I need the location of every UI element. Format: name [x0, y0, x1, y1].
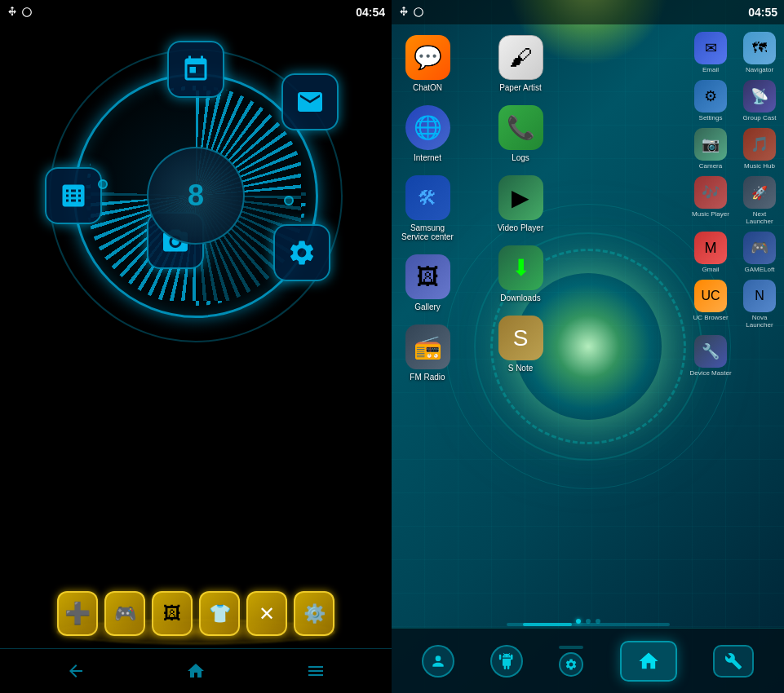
- left-panel: 04:54 8: [0, 0, 392, 693]
- nav-android-icon[interactable]: [490, 645, 523, 678]
- right-panel: 04:55 💬 ChatON 🌐 Internet 🛠 Samsung Serv…: [392, 0, 784, 693]
- settings-right-label: Settings: [699, 114, 723, 121]
- downloads-label: Downloads: [500, 294, 540, 302]
- bottom-nav-right: [392, 628, 784, 693]
- status-icons-right: [398, 7, 424, 18]
- nav-person-icon[interactable]: [422, 645, 454, 678]
- bell-icon-right: [413, 7, 424, 18]
- nav-gear-stack: [559, 646, 583, 677]
- connector-dot-1: [98, 179, 108, 189]
- dock-settings-button[interactable]: ⚙️: [294, 591, 334, 636]
- email-right-app[interactable]: ✉ Email: [686, 29, 735, 77]
- dock-media-button[interactable]: 🖼: [152, 591, 193, 636]
- calculator-icon-orbit[interactable]: [45, 167, 102, 224]
- main-apps-column: 🖌 Paper Artist 📞 Logs ▶ Video Player ⬇ D…: [463, 29, 578, 379]
- fm-radio-app[interactable]: 📻 FM Radio: [392, 318, 463, 388]
- chaton-app[interactable]: 💬 ChatON: [392, 29, 463, 99]
- nav-dots: [576, 619, 600, 624]
- gameloft-app[interactable]: 🎮 GAMELoft: [735, 228, 784, 276]
- bottom-nav-left: [0, 648, 392, 693]
- nav-dot-1[interactable]: [576, 619, 581, 624]
- logs-label: Logs: [512, 153, 529, 162]
- right-apps-column: ✉ Email 🗺 Navigator ⚙ Settings 📡 Group C…: [686, 29, 784, 380]
- calendar-icon-orbit[interactable]: [167, 41, 224, 98]
- nav-divider-1: [559, 646, 583, 649]
- nav-tools-button[interactable]: [713, 645, 754, 678]
- gmail-app[interactable]: M Gmail: [686, 228, 735, 276]
- nav-left-btn-1[interactable]: [422, 645, 454, 678]
- music-hub-label: Music Hub: [744, 162, 775, 170]
- settings-status-icon: [21, 7, 33, 18]
- nav-home-button-right[interactable]: [620, 641, 677, 682]
- next-launcher-label: Next Launcher: [738, 210, 781, 225]
- music-hub-app[interactable]: 🎵 Music Hub: [735, 125, 784, 173]
- center-display: 8: [147, 147, 245, 245]
- status-bar-right: 04:55: [392, 0, 784, 24]
- group-cast-label: Group Cast: [743, 114, 777, 121]
- nav-dot-3[interactable]: [596, 619, 600, 624]
- uc-browser-label: UC Browser: [693, 314, 728, 321]
- nova-launcher-label: Nova Launcher: [738, 314, 781, 329]
- paper-artist-app[interactable]: 🖌 Paper Artist: [463, 29, 578, 99]
- next-launcher-app[interactable]: 🚀 Next Launcher: [735, 173, 784, 228]
- s-note-label: S Note: [508, 364, 534, 373]
- uc-browser-app[interactable]: UC UC Browser: [686, 276, 735, 332]
- gallery-app[interactable]: 🖼 Gallery: [392, 248, 463, 318]
- center-number: 8: [188, 179, 204, 213]
- music-player-app[interactable]: 🎶 Music Player: [686, 173, 735, 228]
- bottom-dock: ➕ 🎮 🖼 👕 ✕ ⚙️: [57, 571, 334, 644]
- camera-label: Camera: [699, 162, 722, 170]
- status-bar-left: 04:54: [0, 0, 392, 24]
- gameloft-label: GAMELoft: [745, 266, 775, 273]
- dock-theme-button[interactable]: 👕: [199, 591, 240, 636]
- dock-icons: ➕ 🎮 🖼 👕 ✕ ⚙️: [57, 591, 334, 636]
- dock-add-button[interactable]: ➕: [57, 591, 98, 636]
- music-player-label: Music Player: [692, 210, 729, 218]
- usb-icon: [7, 7, 18, 18]
- s-note-app[interactable]: S S Note: [463, 309, 578, 379]
- samsung-service-app[interactable]: 🛠 Samsung Service center: [392, 169, 463, 248]
- nav-home-button[interactable]: [181, 657, 210, 686]
- video-player-label: Video Player: [498, 223, 544, 232]
- time-left: 04:54: [356, 6, 385, 19]
- device-master-app[interactable]: 🔧 Device Master: [686, 332, 735, 380]
- nav-settings-small[interactable]: [559, 652, 583, 677]
- logs-app[interactable]: 📞 Logs: [463, 99, 578, 169]
- samsung-service-label: Samsung Service center: [399, 223, 456, 241]
- group-cast-app[interactable]: 📡 Group Cast: [735, 77, 784, 125]
- settings-icon-orbit[interactable]: [273, 224, 330, 281]
- email-icon-orbit[interactable]: [281, 73, 339, 130]
- internet-label: Internet: [414, 153, 441, 162]
- scroll-thumb: [523, 623, 572, 626]
- nav-back-button[interactable]: [62, 657, 91, 686]
- settings-right-app[interactable]: ⚙ Settings: [686, 77, 735, 125]
- fm-radio-label: FM Radio: [410, 373, 445, 382]
- nav-left-btn-2[interactable]: [490, 645, 523, 678]
- navigator-label: Navigator: [746, 66, 773, 73]
- gmail-label: Gmail: [702, 266, 720, 273]
- chaton-label: ChatON: [413, 83, 442, 92]
- dock-games-button[interactable]: 🎮: [104, 591, 145, 636]
- device-master-label: Device Master: [689, 369, 731, 377]
- time-right: 04:55: [748, 6, 777, 19]
- connector-dot-2: [284, 196, 294, 205]
- nav-dot-2[interactable]: [586, 619, 591, 624]
- svg-point-0: [436, 655, 441, 661]
- paper-artist-label: Paper Artist: [499, 83, 542, 92]
- downloads-app[interactable]: ⬇ Downloads: [463, 239, 578, 309]
- video-player-app[interactable]: ▶ Video Player: [463, 169, 578, 239]
- email-right-label: Email: [702, 66, 719, 73]
- status-icons-left: [7, 7, 33, 18]
- dock-close-button[interactable]: ✕: [246, 591, 287, 636]
- camera-app[interactable]: 📷 Camera: [686, 125, 735, 173]
- left-apps-column: 💬 ChatON 🌐 Internet 🛠 Samsung Service ce…: [392, 29, 463, 388]
- usb-icon-right: [398, 7, 410, 18]
- nav-menu-button[interactable]: [301, 657, 330, 686]
- internet-app[interactable]: 🌐 Internet: [392, 99, 463, 169]
- gallery-label: Gallery: [414, 302, 441, 311]
- circle-ui: 8: [49, 49, 343, 342]
- navigator-app[interactable]: 🗺 Navigator: [735, 29, 784, 77]
- nova-launcher-app[interactable]: N Nova Launcher: [735, 276, 784, 332]
